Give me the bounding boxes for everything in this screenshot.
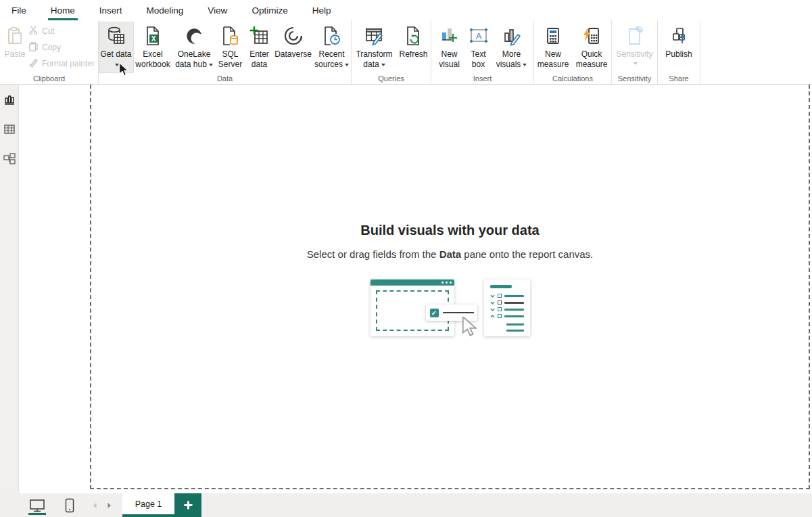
more-visuals-button[interactable]: More visuals <box>492 22 531 72</box>
illustration-window-titlebar <box>371 279 454 286</box>
empty-state-subtitle: Select or drag fields from the Data pane… <box>90 248 810 260</box>
drag-fields-illustration: ✓ <box>371 277 530 342</box>
powerbi-desktop-window: File Home Insert Modeling View Optimize … <box>0 0 812 517</box>
ribbon-group-queries: Transform data Refresh Queries <box>352 20 431 84</box>
new-visual-button[interactable]: New visual <box>434 22 465 72</box>
model-view-icon <box>3 153 16 165</box>
group-label-sensitivity: Sensitivity <box>612 74 657 83</box>
illustration-cursor-icon <box>461 317 479 340</box>
report-view-icon <box>3 93 16 106</box>
menu-view[interactable]: View <box>206 4 229 17</box>
menu-bar: File Home Insert Modeling View Optimize … <box>0 0 812 20</box>
format-painter-button: Format painter <box>28 57 95 70</box>
chevron-right-icon <box>107 502 112 509</box>
empty-state-title: Build visuals with your data <box>90 223 810 238</box>
desktop-layout-icon <box>29 499 45 512</box>
enter-data-button[interactable]: Enter data <box>245 22 274 72</box>
sensitivity-icon <box>624 25 646 47</box>
next-page-arrow[interactable] <box>102 493 117 517</box>
view-switcher-sidebar <box>0 85 19 493</box>
ribbon-group-calculations: New measure Quick measure Calculations <box>534 20 612 84</box>
mobile-layout-button[interactable] <box>57 493 82 517</box>
page-tab[interactable]: Page 1 <box>122 493 174 517</box>
ribbon: Paste Cut Copy Format painter Clipboard <box>0 20 812 85</box>
group-label-data: Data <box>99 74 351 83</box>
refresh-button[interactable]: Refresh <box>397 22 431 72</box>
plus-icon <box>183 500 193 510</box>
group-label-share: Share <box>658 74 700 83</box>
table-view-icon <box>3 123 16 135</box>
chevron-left-icon <box>92 502 97 509</box>
onelake-icon <box>183 25 205 47</box>
chevron-down-icon <box>523 64 527 66</box>
ribbon-group-share: Publish Share <box>658 20 700 84</box>
ribbon-group-data: Get data X Excel workbook OneLake data h… <box>99 20 352 84</box>
ribbon-group-sensitivity: Sensitivity Sensitivity <box>612 20 658 84</box>
recent-sources-icon <box>321 25 343 47</box>
group-label-clipboard: Clipboard <box>0 74 98 83</box>
chevron-down-icon <box>345 64 349 66</box>
dataverse-button[interactable]: Dataverse <box>274 22 313 72</box>
text-box-icon: A <box>468 25 489 47</box>
get-data-button[interactable]: Get data <box>99 22 133 72</box>
quick-measure-button[interactable]: Quick measure <box>572 22 611 72</box>
mobile-layout-icon <box>65 498 74 513</box>
paste-button: Paste <box>3 22 27 72</box>
report-canvas-area: Build visuals with your data Select or d… <box>19 85 812 493</box>
group-label-insert: Insert <box>431 74 533 83</box>
refresh-icon <box>403 25 425 47</box>
canvas-empty-state: Build visuals with your data Select or d… <box>90 223 810 342</box>
excel-workbook-icon: X <box>142 25 164 47</box>
checkbox-icon: ✓ <box>430 309 439 317</box>
transform-data-icon <box>364 25 385 47</box>
chevron-down-icon <box>209 64 213 66</box>
new-visual-icon <box>439 25 460 47</box>
publish-icon <box>668 25 690 47</box>
chevron-down-icon <box>634 62 638 65</box>
new-measure-icon <box>542 25 564 47</box>
onelake-data-hub-button[interactable]: OneLake data hub <box>173 22 216 72</box>
more-visuals-icon <box>501 25 523 47</box>
illustration-field-list <box>484 279 530 336</box>
sql-server-icon <box>220 25 241 47</box>
group-label-queries: Queries <box>352 74 431 83</box>
text-box-button[interactable]: A Text box <box>465 22 492 72</box>
chevron-down-icon <box>381 64 385 66</box>
ribbon-group-clipboard: Paste Cut Copy Format painter Clipboard <box>0 20 99 84</box>
cut-button: Cut <box>28 24 95 37</box>
previous-page-arrow <box>87 493 102 517</box>
menu-optimize[interactable]: Optimize <box>249 4 289 17</box>
transform-data-button[interactable]: Transform data <box>352 22 397 72</box>
recent-sources-button[interactable]: Recent sources <box>313 22 351 72</box>
chevron-down-icon <box>115 64 119 66</box>
desktop-layout-button[interactable] <box>25 493 49 517</box>
group-label-calculations: Calculations <box>534 74 611 83</box>
menu-file[interactable]: File <box>9 4 28 17</box>
model-view-button[interactable] <box>2 152 17 166</box>
cut-icon <box>28 25 39 37</box>
copy-icon <box>28 41 39 53</box>
ribbon-group-insert: New visual A Text box More visuals Inser… <box>431 20 534 84</box>
menu-home[interactable]: Home <box>49 4 77 17</box>
quick-measure-icon <box>581 25 602 47</box>
enter-data-icon <box>249 25 270 47</box>
menu-modeling[interactable]: Modeling <box>145 4 186 17</box>
report-view-button[interactable] <box>2 92 17 107</box>
dataverse-icon <box>283 25 304 47</box>
publish-button[interactable]: Publish <box>661 22 697 72</box>
page-navigation-bar: Page 1 <box>0 493 812 517</box>
menu-help[interactable]: Help <box>310 4 333 17</box>
get-data-icon <box>105 25 127 47</box>
add-page-button[interactable] <box>174 493 201 517</box>
new-measure-button[interactable]: New measure <box>534 22 572 72</box>
table-view-button[interactable] <box>2 122 17 137</box>
sensitivity-button: Sensitivity <box>613 22 656 72</box>
excel-workbook-button[interactable]: X Excel workbook <box>133 22 173 72</box>
menu-insert[interactable]: Insert <box>97 4 124 17</box>
svg-text:X: X <box>151 35 156 43</box>
svg-text:A: A <box>475 31 481 41</box>
format-painter-icon <box>28 58 39 70</box>
sql-server-button[interactable]: SQL Server <box>216 22 245 72</box>
copy-button: Copy <box>28 41 95 53</box>
paste-icon <box>4 25 26 47</box>
